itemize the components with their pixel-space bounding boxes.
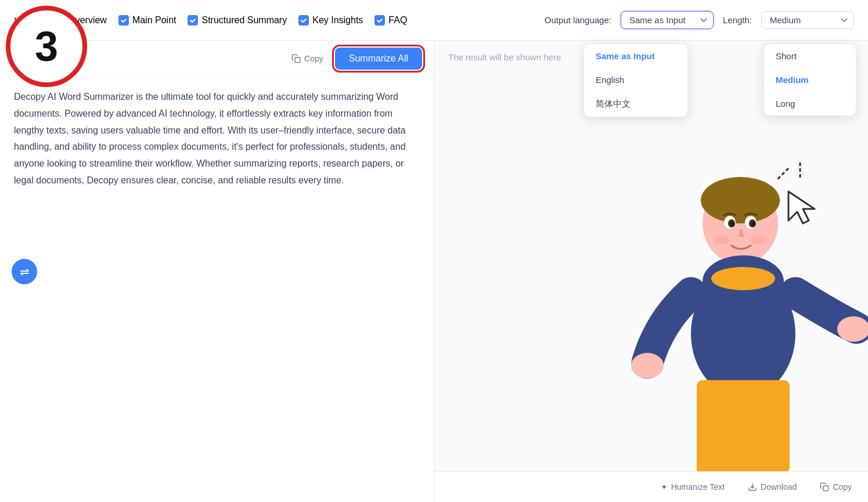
mode-key-insights[interactable]: Key Insights	[298, 15, 363, 26]
mode-main-point[interactable]: Main Point	[118, 15, 177, 26]
main-point-checkbox[interactable]	[118, 15, 129, 26]
badge-number: 3	[35, 23, 58, 70]
language-select-wrapper: Same as Input English 简体中文	[621, 11, 714, 29]
lang-option-english[interactable]: English	[584, 68, 687, 92]
humanize-icon: ✦	[661, 482, 668, 492]
length-dropdown-menu: Short Medium Long	[763, 44, 856, 116]
left-copy-label: Copy	[304, 54, 323, 63]
lang-option-chinese[interactable]: 简体中文	[584, 92, 687, 117]
download-button[interactable]: Download	[743, 480, 801, 494]
copy-icon-right	[820, 482, 829, 492]
download-icon	[748, 482, 757, 492]
download-label: Download	[761, 482, 797, 492]
length-option-short[interactable]: Short	[764, 44, 856, 68]
left-copy-button[interactable]: Copy	[287, 52, 328, 66]
svg-rect-0	[295, 57, 300, 63]
svg-point-2	[701, 177, 780, 223]
svg-point-22	[714, 235, 730, 244]
character-illustration	[589, 154, 868, 502]
swap-button[interactable]: ⇌	[12, 259, 37, 284]
svg-point-6	[711, 267, 775, 290]
length-option-long[interactable]: Long	[764, 92, 856, 115]
length-select[interactable]: Short Medium Long	[761, 11, 854, 29]
faq-checkbox[interactable]	[374, 15, 385, 26]
length-select-wrapper: Short Medium Long	[761, 11, 854, 29]
toolbar-right: Output language: Same as Input English 简…	[545, 11, 854, 29]
language-dropdown-menu: Same as Input English 简体中文	[584, 44, 688, 117]
mode-structured-summary[interactable]: Structured Summary	[188, 15, 287, 26]
bottom-action-bar: ✦ Humanize Text Download Copy	[434, 471, 868, 502]
output-language-label: Output language:	[545, 15, 611, 25]
structured-summary-checkbox[interactable]	[188, 15, 198, 26]
svg-point-23	[751, 235, 767, 244]
svg-rect-28	[823, 486, 829, 491]
structured-summary-label: Structured Summary	[201, 15, 287, 26]
main-point-label: Main Point	[132, 15, 177, 26]
lang-english-label: English	[596, 75, 624, 85]
faq-label: FAQ	[388, 15, 407, 26]
step-badge: 3	[6, 6, 87, 87]
right-copy-button[interactable]: Copy	[815, 480, 856, 494]
mode-faq[interactable]: FAQ	[374, 15, 407, 26]
svg-point-7	[631, 353, 664, 378]
svg-point-20	[731, 222, 734, 226]
humanize-text-label: Humanize Text	[671, 482, 725, 492]
left-panel: ⇌ Copy Summarize All Decopy AI Word Summ…	[0, 41, 434, 502]
swap-icon: ⇌	[20, 265, 30, 279]
key-insights-checkbox[interactable]	[298, 15, 309, 26]
length-label: Length:	[723, 15, 752, 25]
lang-chinese-label: 简体中文	[596, 99, 631, 109]
summarize-all-label: Summarize All	[349, 53, 408, 63]
toolbar: Modes: Overview Main Point Structured Su…	[0, 0, 868, 41]
input-text: Decopy AI Word Summarizer is the ultimat…	[14, 89, 420, 189]
key-insights-label: Key Insights	[312, 15, 363, 26]
input-text-area[interactable]: Decopy AI Word Summarizer is the ultimat…	[0, 77, 434, 502]
copy-icon	[291, 54, 301, 63]
humanize-text-button[interactable]: ✦ Humanize Text	[656, 480, 729, 494]
right-copy-label: Copy	[833, 482, 852, 492]
main-content: ⇌ Copy Summarize All Decopy AI Word Summ…	[0, 41, 868, 502]
lang-option-same-as-input[interactable]: Same as Input	[584, 44, 687, 68]
language-select[interactable]: Same as Input English 简体中文	[621, 11, 714, 29]
length-option-medium[interactable]: Medium	[764, 68, 856, 92]
summarize-all-button[interactable]: Summarize All	[335, 48, 422, 70]
svg-point-21	[752, 222, 755, 226]
